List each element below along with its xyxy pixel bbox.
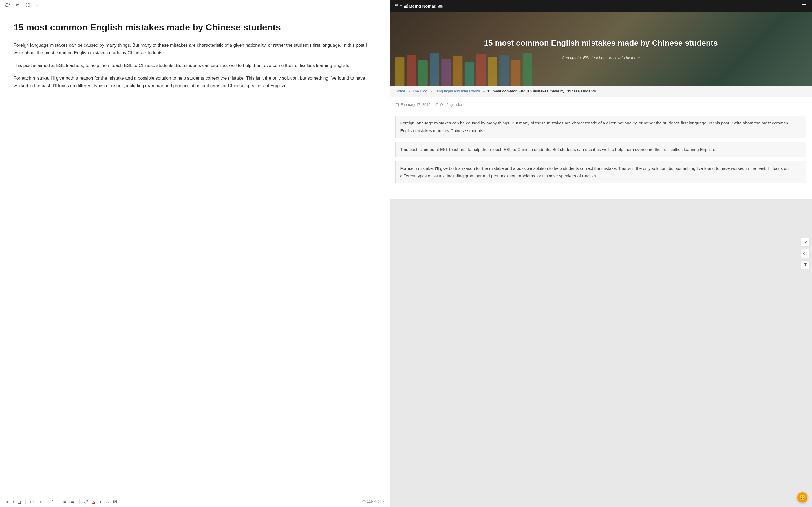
article-wrapper: Home » The Blog » Languages and Interact…: [390, 86, 812, 199]
link-button[interactable]: [83, 499, 89, 504]
word-count: 129 单词: [362, 499, 385, 504]
svg-point-2: [18, 6, 19, 7]
tb-divider-4: [79, 499, 80, 504]
underline-button[interactable]: U: [17, 499, 22, 504]
svg-point-6: [38, 5, 38, 6]
editor-content[interactable]: 15 most common English mistakes made by …: [0, 10, 390, 496]
svg-rect-28: [453, 56, 463, 86]
svg-rect-30: [476, 54, 486, 86]
hero-title: 15 most common English mistakes made by …: [473, 38, 729, 48]
article-date: February 17, 2019: [395, 103, 430, 107]
article-meta: February 17, 2019 Ola Jagielska: [395, 103, 806, 110]
breadcrumb-home[interactable]: Home: [395, 89, 405, 93]
svg-rect-33: [511, 60, 521, 86]
breadcrumb-sep-2: »: [430, 89, 432, 93]
right-sidebar: [801, 238, 810, 269]
text-color-button[interactable]: A: [91, 499, 96, 504]
svg-rect-32: [500, 55, 509, 86]
article-body: February 17, 2019 Ola Jagielska Foreign …: [390, 97, 812, 199]
site-header: Being 🏕 Being Nomad 🚐 ☰: [390, 0, 812, 12]
breadcrumb-current: 15 most common English mistakes made by …: [488, 89, 596, 93]
site-logo: Being 🏕 Being Nomad 🚐: [395, 4, 443, 9]
heading2-button[interactable]: H2: [37, 499, 43, 504]
svg-rect-26: [430, 53, 440, 86]
quote-button[interactable]: ": [50, 499, 54, 505]
text-t-button[interactable]: T: [98, 499, 103, 504]
svg-rect-31: [488, 57, 498, 86]
svg-rect-21: [397, 4, 398, 6]
svg-rect-24: [407, 55, 416, 86]
list-ol-button[interactable]: [70, 499, 76, 504]
date-text: February 17, 2019: [400, 103, 430, 107]
svg-rect-29: [465, 62, 474, 86]
tb-divider-2: [47, 499, 47, 504]
author-text: Ola Jagielska: [440, 103, 462, 107]
svg-rect-23: [395, 57, 405, 86]
svg-point-0: [18, 3, 19, 4]
list-ul-button[interactable]: [61, 499, 67, 504]
svg-rect-34: [523, 53, 532, 86]
hamburger-icon[interactable]: ☰: [801, 3, 806, 10]
article-para-1: Foreign language mistakes can be caused …: [395, 116, 806, 138]
svg-point-39: [436, 103, 437, 105]
breadcrumb-blog[interactable]: The Blog: [412, 89, 427, 93]
svg-text:Being: Being: [399, 4, 402, 6]
svg-rect-35: [396, 103, 399, 106]
image-button[interactable]: [112, 499, 118, 504]
hero-section: 15 most common English mistakes made by …: [390, 12, 812, 86]
tb-divider-3: [57, 499, 58, 504]
editor-toolbar-top: [0, 0, 390, 10]
article-para-3: For each mistake, I'll give both a reaso…: [395, 161, 806, 183]
heading1-button[interactable]: H1: [29, 499, 35, 504]
hero-subtitle: And tips for ESL teachers on how to fix …: [562, 55, 640, 60]
svg-point-7: [39, 5, 40, 6]
svg-point-18: [114, 501, 115, 501]
editor-toolbar-bottom: B I U H1 H2 " A T S 129 单词: [0, 496, 390, 507]
bold-button[interactable]: B: [4, 499, 9, 504]
editor-panel: 15 most common English mistakes made by …: [0, 0, 390, 507]
svg-rect-25: [418, 60, 428, 86]
svg-rect-20: [395, 4, 397, 6]
svg-point-1: [16, 4, 17, 6]
editor-para-3: For each mistake, I'll give both a reaso…: [13, 74, 376, 90]
logo-text: 🏕 Being Nomad 🚐: [404, 4, 443, 9]
breadcrumb-category[interactable]: Languages and Interactions: [435, 89, 480, 93]
article-para-2: This post is aimed at ESL teachers, to h…: [395, 142, 806, 157]
hero-divider: [573, 52, 629, 52]
share-icon[interactable]: [15, 2, 20, 8]
emoji-icon: 😊: [799, 494, 806, 501]
svg-rect-27: [442, 59, 451, 86]
svg-line-3: [17, 5, 18, 6]
expand-icon[interactable]: [25, 2, 31, 8]
editor-para-1: Foreign language mistakes can be caused …: [13, 41, 376, 57]
editor-title: 15 most common English mistakes made by …: [13, 22, 376, 34]
breadcrumb-sep-3: »: [483, 89, 485, 93]
browser-preview: Being 🏕 Being Nomad 🚐 ☰ 15 most common E…: [390, 0, 812, 507]
filter-sidebar-icon[interactable]: [801, 260, 810, 269]
refresh-icon[interactable]: [4, 2, 10, 8]
check-sidebar-icon[interactable]: [801, 238, 810, 247]
editor-para-2: This post is aimed at ESL teachers, to h…: [13, 62, 376, 69]
article-author: Ola Jagielska: [435, 103, 462, 107]
more-icon[interactable]: [35, 2, 41, 8]
emoji-feedback[interactable]: 😊: [797, 492, 808, 503]
strikethrough-button[interactable]: S: [105, 499, 110, 504]
code-sidebar-icon[interactable]: [801, 249, 810, 258]
breadcrumb: Home » The Blog » Languages and Interact…: [390, 86, 812, 97]
italic-button[interactable]: I: [11, 499, 15, 504]
svg-line-4: [17, 4, 18, 5]
breadcrumb-sep-1: »: [408, 89, 410, 93]
svg-point-5: [36, 5, 37, 6]
